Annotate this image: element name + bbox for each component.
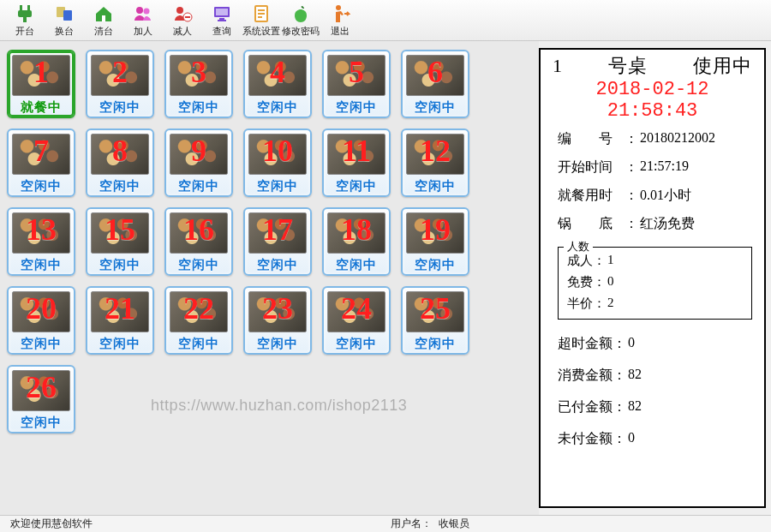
exit-button[interactable]: 退出 bbox=[320, 2, 360, 39]
label-free: 免费 bbox=[567, 274, 593, 290]
table-cell-5[interactable]: 5 空闲中 bbox=[322, 50, 391, 118]
clear-table-button[interactable]: 清台 bbox=[84, 2, 123, 39]
value-free: 0 bbox=[607, 274, 614, 290]
table-status: 空闲中 bbox=[166, 334, 231, 353]
table-status: 空闲中 bbox=[403, 255, 468, 274]
table-status: 空闲中 bbox=[403, 176, 468, 195]
table-cell-16[interactable]: 16 空闲中 bbox=[164, 207, 233, 276]
table-cell-1[interactable]: 1 就餐中 bbox=[7, 50, 75, 118]
table-cell-22[interactable]: 22 空闲中 bbox=[164, 286, 233, 355]
table-cell-11[interactable]: 11 空闲中 bbox=[322, 129, 391, 197]
value-overtime: 0 bbox=[628, 335, 635, 353]
table-status: 空闲中 bbox=[9, 334, 74, 353]
toolbar-label: 系统设置 bbox=[242, 25, 280, 38]
table-cell-26[interactable]: 26 空闲中 bbox=[7, 365, 75, 433]
table-grid-area: 1 就餐中 2 空闲中 3 空闲中 4 空闲中 5 空闲中 6 空闲中 7 空闲… bbox=[0, 41, 539, 515]
table-cell-17[interactable]: 17 空闲中 bbox=[243, 207, 312, 276]
table-cell-8[interactable]: 8 空闲中 bbox=[86, 129, 154, 197]
toolbar-label: 查询 bbox=[212, 25, 231, 38]
table-status: 空闲中 bbox=[9, 413, 74, 432]
svg-rect-19 bbox=[258, 16, 262, 18]
status-user-label: 用户名： bbox=[387, 517, 435, 531]
sub-person-button[interactable]: 减人 bbox=[163, 2, 202, 39]
table-status: 空闲中 bbox=[87, 255, 152, 274]
table-status: 空闲中 bbox=[324, 255, 389, 274]
table-cell-23[interactable]: 23 空闲中 bbox=[243, 286, 312, 355]
monitor-icon bbox=[212, 3, 232, 24]
table-cell-6[interactable]: 6 空闲中 bbox=[401, 50, 469, 118]
table-thumb bbox=[248, 55, 307, 96]
toolbar-label: 加人 bbox=[134, 25, 152, 38]
detail-table-number: 1 bbox=[553, 55, 563, 77]
table-cell-20[interactable]: 20 空闲中 bbox=[7, 286, 75, 355]
amounts-block: 超时金额： 0 消费金额： 82 已付金额： 82 未付金额： 0 bbox=[558, 330, 752, 448]
table-cell-9[interactable]: 9 空闲中 bbox=[164, 129, 233, 197]
table-status: 空闲中 bbox=[245, 176, 310, 195]
table-status: 空闲中 bbox=[245, 255, 310, 274]
table-cell-4[interactable]: 4 空闲中 bbox=[243, 50, 312, 118]
table-cell-18[interactable]: 18 空闲中 bbox=[322, 207, 391, 276]
people-minus-icon bbox=[172, 3, 193, 24]
table-status: 空闲中 bbox=[245, 98, 310, 117]
svg-rect-3 bbox=[23, 17, 27, 22]
note-icon bbox=[251, 3, 272, 24]
open-table-button[interactable]: 开台 bbox=[5, 2, 45, 39]
value-half: 2 bbox=[607, 296, 614, 312]
label-elapsed: 就餐用时 bbox=[558, 187, 625, 205]
table-thumb bbox=[91, 134, 149, 175]
change-pwd-button[interactable]: 修改密码 bbox=[281, 2, 320, 39]
svg-rect-11 bbox=[185, 16, 190, 18]
status-welcome: 欢迎使用慧创软件 bbox=[7, 517, 96, 531]
value-elapsed: 0.01小时 bbox=[640, 187, 691, 205]
add-person-button[interactable]: 加人 bbox=[123, 2, 163, 39]
table-status: 空闲中 bbox=[403, 98, 468, 117]
swap-table-button[interactable]: 换台 bbox=[45, 2, 84, 39]
table-cell-7[interactable]: 7 空闲中 bbox=[7, 129, 75, 197]
table-thumb bbox=[406, 55, 464, 96]
label-pot: 锅 底 bbox=[558, 215, 625, 233]
table-status: 空闲中 bbox=[245, 334, 310, 353]
row-start: 开始时间： 21:57:19 bbox=[558, 158, 752, 176]
table-cell-10[interactable]: 10 空闲中 bbox=[243, 129, 312, 197]
people-group: 人数 成人： 1 免费： 0 半价： 2 bbox=[558, 247, 752, 320]
toolbar-label: 退出 bbox=[331, 25, 350, 38]
query-button[interactable]: 查询 bbox=[202, 2, 242, 39]
table-thumb bbox=[327, 134, 386, 175]
table-cell-25[interactable]: 25 空闲中 bbox=[401, 286, 469, 355]
toolbar-label: 减人 bbox=[173, 25, 192, 38]
table-cell-3[interactable]: 3 空闲中 bbox=[164, 50, 233, 118]
label-start: 开始时间 bbox=[558, 158, 625, 176]
table-cell-12[interactable]: 12 空闲中 bbox=[401, 129, 469, 197]
apple-icon bbox=[290, 3, 311, 24]
table-status: 空闲中 bbox=[9, 255, 74, 274]
sys-settings-button[interactable]: 系统设置 bbox=[242, 2, 281, 39]
table-cell-2[interactable]: 2 空闲中 bbox=[86, 50, 154, 118]
svg-rect-5 bbox=[63, 10, 72, 21]
value-unpaid: 0 bbox=[628, 430, 635, 448]
table-status: 空闲中 bbox=[324, 176, 389, 195]
table-thumb bbox=[406, 291, 464, 332]
table-cell-13[interactable]: 13 空闲中 bbox=[7, 207, 75, 276]
label-paid: 已付金额 bbox=[558, 398, 613, 416]
row-unpaid: 未付金额： 0 bbox=[558, 430, 752, 448]
table-cell-21[interactable]: 21 空闲中 bbox=[86, 286, 154, 355]
table-thumb bbox=[248, 212, 307, 254]
value-start: 21:57:19 bbox=[640, 158, 689, 176]
table-cell-24[interactable]: 24 空闲中 bbox=[322, 286, 391, 355]
table-thumb bbox=[91, 212, 149, 254]
table-status: 空闲中 bbox=[166, 176, 231, 195]
label-serial: 编 号 bbox=[558, 130, 625, 148]
toolbar-label: 换台 bbox=[55, 25, 74, 38]
table-status: 空闲中 bbox=[403, 334, 468, 353]
people-group-title: 人数 bbox=[564, 239, 593, 254]
table-thumb bbox=[406, 134, 464, 175]
table-cell-15[interactable]: 15 空闲中 bbox=[86, 207, 154, 276]
svg-rect-2 bbox=[18, 10, 32, 17]
svg-point-8 bbox=[144, 8, 150, 14]
label-half: 半价 bbox=[567, 296, 593, 312]
table-cell-19[interactable]: 19 空闲中 bbox=[401, 207, 469, 276]
detail-body: 编 号： 20180212002 开始时间： 21:57:19 就餐用时： 0.… bbox=[541, 125, 764, 457]
table-thumb bbox=[248, 134, 307, 175]
table-thumb bbox=[12, 55, 70, 96]
row-half: 半价： 2 bbox=[567, 296, 743, 312]
